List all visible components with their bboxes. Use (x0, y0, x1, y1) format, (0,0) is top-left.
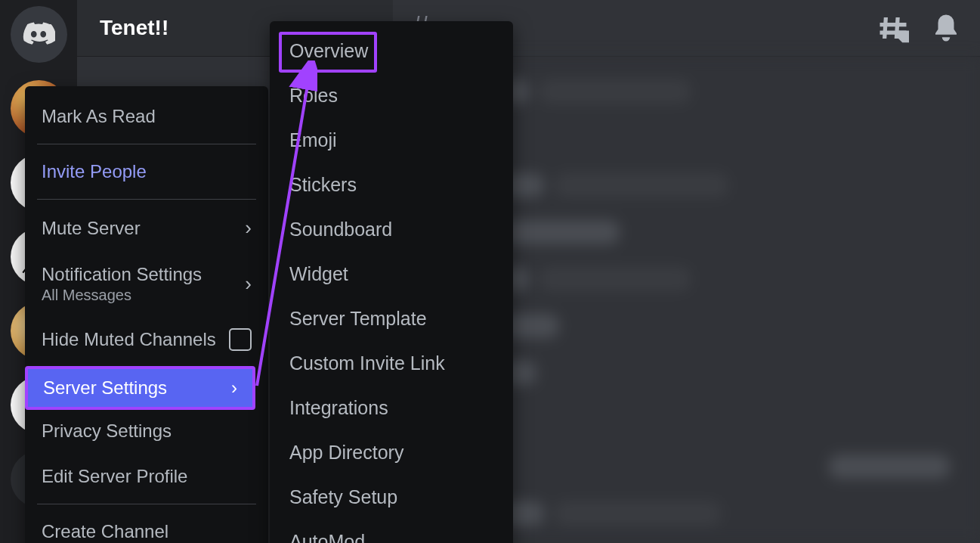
notifications-icon[interactable] (930, 12, 962, 44)
menu-create-channel-label: Create Channel (42, 521, 168, 542)
server-settings-submenu: Overview Roles Emoji Stickers Soundboard… (270, 21, 513, 543)
chevron-right-icon: › (245, 272, 252, 296)
menu-mute-server-label: Mute Server (42, 218, 141, 239)
submenu-roles[interactable]: Roles (270, 73, 513, 118)
submenu-safety-setup[interactable]: Safety Setup (270, 475, 513, 520)
menu-create-channel[interactable]: Create Channel (25, 509, 268, 543)
menu-notification-settings[interactable]: Notification Settings All Messages › (25, 252, 268, 316)
submenu-widget[interactable]: Widget (270, 252, 513, 296)
menu-invite-people[interactable]: Invite People (25, 149, 268, 194)
submenu-automod[interactable]: AutoMod (270, 520, 513, 543)
chevron-right-icon: › (245, 216, 252, 240)
submenu-server-template[interactable]: Server Template (270, 296, 513, 341)
submenu-app-directory[interactable]: App Directory (270, 430, 513, 475)
submenu-overview[interactable]: Overview (270, 29, 513, 73)
menu-mark-as-read-label: Mark As Read (42, 106, 156, 127)
menu-invite-people-label: Invite People (42, 161, 147, 182)
discord-home-icon[interactable] (11, 6, 67, 63)
submenu-soundboard[interactable]: Soundboard (270, 207, 513, 252)
submenu-stickers[interactable]: Stickers (270, 163, 513, 207)
menu-mark-as-read[interactable]: Mark As Read (25, 94, 268, 139)
submenu-integrations[interactable]: Integrations (270, 386, 513, 430)
server-context-menu: Mark As Read Invite People Mute Server ›… (25, 86, 268, 543)
checkbox-icon[interactable] (229, 328, 252, 351)
discord-logo-icon (22, 18, 55, 51)
threads-icon[interactable] (877, 12, 909, 44)
submenu-emoji[interactable]: Emoji (270, 118, 513, 163)
menu-privacy-settings[interactable]: Privacy Settings (25, 408, 268, 454)
menu-hide-muted-label: Hide Muted Channels (42, 329, 216, 350)
menu-edit-server-profile-label: Edit Server Profile (42, 466, 187, 487)
menu-hide-muted-channels[interactable]: Hide Muted Channels (25, 316, 268, 363)
menu-privacy-settings-label: Privacy Settings (42, 420, 172, 442)
menu-edit-server-profile[interactable]: Edit Server Profile (25, 454, 268, 499)
menu-notification-settings-label: Notification Settings (42, 264, 202, 285)
submenu-custom-invite[interactable]: Custom Invite Link (270, 341, 513, 386)
menu-notification-settings-sublabel: All Messages (42, 287, 202, 304)
menu-separator (37, 199, 256, 200)
menu-separator (37, 144, 256, 144)
server-name-text: Tenet!! (100, 16, 168, 40)
menu-mute-server[interactable]: Mute Server › (25, 204, 268, 252)
menu-separator (37, 504, 256, 504)
